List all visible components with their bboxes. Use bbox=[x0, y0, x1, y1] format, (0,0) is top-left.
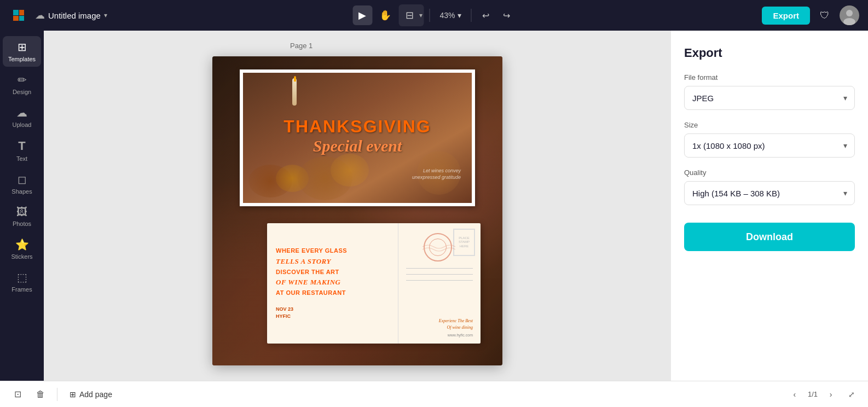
sidebar-item-stickers[interactable]: ⭐ Stickers bbox=[3, 234, 41, 264]
photos-icon: 🖼 bbox=[16, 206, 27, 218]
duplicate-page-btn[interactable]: ⊡ bbox=[9, 386, 26, 403]
hand-tool-btn[interactable]: ✋ bbox=[375, 5, 395, 25]
postcard-right-section: PLACE STAMP HERE bbox=[398, 223, 481, 344]
templates-icon: ⊞ bbox=[18, 40, 27, 54]
bottom-divider bbox=[57, 388, 57, 401]
main-layout: ⊞ Templates ✏ Design ☁ Upload T Text ◻ S… bbox=[0, 31, 868, 381]
user-avatar[interactable] bbox=[840, 5, 859, 25]
sidebar-item-design[interactable]: ✏ Design bbox=[3, 69, 41, 100]
toolbar-divider-2 bbox=[471, 9, 472, 22]
shapes-icon: ◻ bbox=[18, 173, 27, 186]
bottom-bar: ⊡ 🗑 ⊞ Add page ‹ 1/1 › ⤢ bbox=[0, 381, 868, 407]
postcard-bottom[interactable]: WHERE EVERY GLASS TELLS A STORY DISCOVER… bbox=[267, 223, 481, 344]
download-button[interactable]: Download bbox=[684, 223, 855, 251]
sidebar-item-templates[interactable]: ⊞ Templates bbox=[3, 36, 41, 67]
center-controls: ▶ ✋ ⊟ ▾ 43% ▾ ↩ ↪ bbox=[352, 4, 515, 26]
postcard-main-text: WHERE EVERY GLASS TELLS A STORY DISCOVER… bbox=[276, 246, 389, 298]
title-dropdown-icon: ▾ bbox=[104, 11, 107, 19]
zoom-dropdown-icon: ▾ bbox=[458, 11, 461, 20]
experience-text: Experienc The Best Of wine dining www.hy… bbox=[406, 318, 473, 337]
shapes-label: Shapes bbox=[11, 188, 32, 195]
delete-page-btn[interactable]: 🗑 bbox=[32, 386, 49, 403]
design-label: Design bbox=[13, 89, 31, 95]
canvas-container[interactable]: THANKSGIVING Special event Let wines con… bbox=[212, 56, 502, 365]
subtitle-text: Let wines convey unexpressed gratitude bbox=[412, 167, 461, 181]
undo-btn[interactable]: ↩ bbox=[477, 7, 495, 24]
templates-label: Templates bbox=[8, 56, 36, 62]
upload-icon: ☁ bbox=[16, 106, 27, 119]
page-label: Page 1 bbox=[290, 42, 313, 50]
size-wrapper: 1x (1080 x 1080 px) 2x (2160 x 2160 px) … bbox=[684, 133, 855, 158]
prev-page-btn[interactable]: ‹ bbox=[787, 387, 802, 402]
thanksgiving-title: THANKSGIVING Special event bbox=[283, 117, 431, 155]
sidebar-item-shapes[interactable]: ◻ Shapes bbox=[3, 168, 41, 199]
postcard-date-info: NOV 23 HYFIC bbox=[276, 306, 389, 321]
sidebar-item-text[interactable]: T Text bbox=[3, 135, 41, 166]
redo-btn[interactable]: ↪ bbox=[498, 7, 516, 24]
address-lines bbox=[406, 268, 473, 281]
top-bar: ☁ Untitled image ▾ ▶ ✋ ⊟ ▾ 43% ▾ ↩ ↪ Exp… bbox=[0, 0, 868, 31]
frame-tool-group: ⊟ ▾ bbox=[398, 4, 424, 26]
cloud-icon: ☁ bbox=[35, 9, 45, 21]
frame-tool-btn[interactable]: ⊟ bbox=[400, 5, 419, 25]
special-event-text: Special event bbox=[283, 137, 431, 155]
shield-btn[interactable]: 🛡 bbox=[815, 6, 834, 25]
page-indicator: 1/1 bbox=[808, 390, 818, 398]
title-area[interactable]: ☁ Untitled image ▾ bbox=[35, 9, 107, 21]
frame-dropdown-icon[interactable]: ▾ bbox=[419, 11, 423, 19]
bottom-right: ‹ 1/1 › ⤢ bbox=[787, 387, 859, 402]
size-label: Size bbox=[684, 121, 855, 129]
quality-wrapper: High (154 KB – 308 KB) Medium (77 KB – 1… bbox=[684, 181, 855, 205]
next-page-btn[interactable]: › bbox=[823, 387, 838, 402]
left-sidebar: ⊞ Templates ✏ Design ☁ Upload T Text ◻ S… bbox=[0, 31, 44, 381]
file-format-label: File format bbox=[684, 73, 855, 82]
quality-select[interactable]: High (154 KB – 308 KB) Medium (77 KB – 1… bbox=[684, 181, 855, 205]
fit-screen-btn[interactable]: ⤢ bbox=[844, 387, 859, 402]
app-logo[interactable] bbox=[9, 5, 28, 25]
zoom-value: 43% bbox=[439, 11, 455, 20]
design-icon: ✏ bbox=[18, 73, 27, 86]
text-icon: T bbox=[18, 139, 25, 153]
add-page-btn[interactable]: ⊞ Add page bbox=[65, 388, 117, 401]
sidebar-item-frames[interactable]: ⬚ Frames bbox=[3, 266, 41, 297]
top-bar-right: Export 🛡 bbox=[762, 5, 859, 25]
photos-label: Photos bbox=[13, 220, 31, 227]
postmark bbox=[424, 233, 452, 261]
file-format-wrapper: JPEG PNG PDF SVG WebP ▾ bbox=[684, 86, 855, 110]
size-select[interactable]: 1x (1080 x 1080 px) 2x (2160 x 2160 px) … bbox=[684, 133, 855, 158]
add-page-label: Add page bbox=[79, 390, 112, 399]
stickers-label: Stickers bbox=[11, 253, 32, 260]
postcard-left-section: WHERE EVERY GLASS TELLS A STORY DISCOVER… bbox=[267, 223, 398, 344]
upload-label: Upload bbox=[13, 121, 32, 128]
add-page-icon: ⊞ bbox=[70, 390, 76, 399]
toolbar-divider bbox=[429, 9, 430, 22]
export-panel-title: Export bbox=[684, 46, 855, 60]
canvas-background: THANKSGIVING Special event Let wines con… bbox=[212, 56, 502, 365]
thanksgiving-text: THANKSGIVING bbox=[283, 117, 431, 137]
canvas-area[interactable]: Page 1 bbox=[44, 31, 671, 381]
postcard-top[interactable]: THANKSGIVING Special event Let wines con… bbox=[240, 69, 475, 206]
document-title: Untitled image bbox=[48, 11, 101, 20]
postcard-top-bg: THANKSGIVING Special event Let wines con… bbox=[243, 73, 472, 203]
svg-point-1 bbox=[846, 10, 853, 16]
zoom-control[interactable]: 43% ▾ bbox=[435, 9, 465, 22]
quality-label: Quality bbox=[684, 168, 855, 177]
stamp-area: PLACE STAMP HERE bbox=[453, 229, 475, 256]
export-button[interactable]: Export bbox=[762, 7, 810, 25]
sidebar-item-upload[interactable]: ☁ Upload bbox=[3, 102, 41, 132]
export-panel: Export File format JPEG PNG PDF SVG WebP… bbox=[671, 31, 868, 381]
text-label: Text bbox=[16, 155, 27, 162]
select-tool-btn[interactable]: ▶ bbox=[352, 5, 372, 25]
sidebar-item-photos[interactable]: 🖼 Photos bbox=[3, 201, 41, 231]
file-format-select[interactable]: JPEG PNG PDF SVG WebP bbox=[684, 86, 855, 110]
frames-label: Frames bbox=[11, 286, 32, 293]
frames-icon: ⬚ bbox=[17, 271, 27, 284]
stickers-icon: ⭐ bbox=[15, 238, 29, 251]
